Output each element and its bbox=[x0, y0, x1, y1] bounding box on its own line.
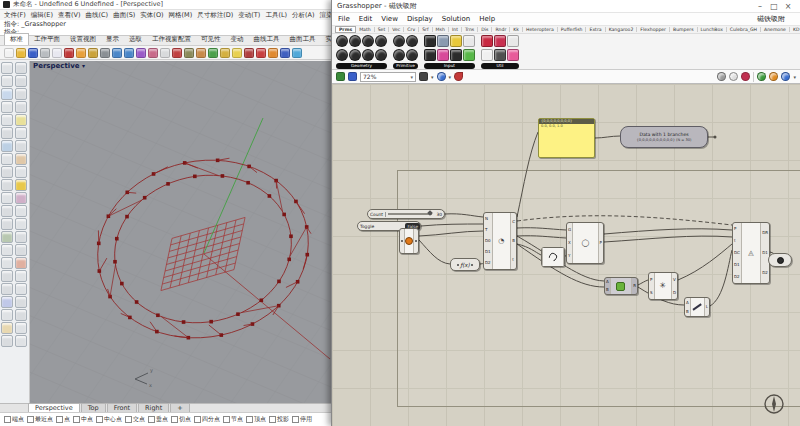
output-port[interactable] bbox=[471, 264, 473, 266]
menu-edit[interactable]: Edit bbox=[359, 15, 373, 23]
save-icon[interactable] bbox=[28, 48, 38, 58]
palette-icon[interactable] bbox=[15, 88, 27, 100]
palette-icon[interactable] bbox=[1, 244, 13, 256]
palette-icon[interactable] bbox=[15, 192, 27, 204]
output-port-label[interactable]: B bbox=[512, 239, 515, 243]
cut-icon[interactable] bbox=[64, 48, 74, 58]
open-file-icon[interactable] bbox=[336, 72, 345, 81]
palette-icon[interactable] bbox=[1, 101, 13, 113]
osnap-checkbox[interactable]: 中心点 bbox=[96, 415, 122, 424]
param-icon[interactable] bbox=[362, 49, 374, 61]
osnap-checkbox[interactable]: 投影 bbox=[269, 415, 289, 424]
output-port[interactable] bbox=[415, 240, 417, 242]
param-icon[interactable] bbox=[336, 35, 348, 47]
shaded-preview-icon[interactable] bbox=[757, 72, 766, 81]
input-port[interactable] bbox=[457, 264, 459, 266]
osnap-checkbox[interactable]: 中点 bbox=[73, 415, 93, 424]
toolbar-tab[interactable]: 工作平面 bbox=[29, 34, 65, 45]
palette-icon[interactable] bbox=[15, 335, 27, 347]
viewport-tab[interactable]: Front bbox=[107, 403, 137, 412]
input-port[interactable] bbox=[401, 240, 403, 242]
panel-component[interactable]: {0;0;0;0;0;0;0;0} 0.0, 0.0, 1.0 bbox=[538, 118, 595, 158]
slider-grip[interactable] bbox=[428, 210, 434, 216]
lamp-icon[interactable] bbox=[232, 48, 242, 58]
jitter-component[interactable]: PS ✳ VD bbox=[648, 272, 678, 300]
palette-icon[interactable] bbox=[1, 205, 13, 217]
palette-icon[interactable] bbox=[15, 205, 27, 217]
output-port-label[interactable]: C bbox=[512, 220, 515, 224]
custom-preview-icon[interactable] bbox=[781, 72, 790, 81]
osnap-checkbox[interactable]: 停用 bbox=[292, 415, 312, 424]
param-icon[interactable] bbox=[406, 35, 418, 47]
graph-icon[interactable] bbox=[450, 49, 462, 61]
input-port-label[interactable]: t bbox=[734, 239, 740, 243]
sphere-red-icon[interactable] bbox=[256, 48, 266, 58]
component-tab[interactable]: Dis bbox=[478, 27, 492, 32]
input-port-label[interactable]: P bbox=[650, 278, 653, 282]
palette-icon[interactable] bbox=[1, 88, 13, 100]
osnap-checkbox[interactable]: 切点 bbox=[171, 415, 191, 424]
ortho-icon[interactable] bbox=[172, 48, 182, 58]
input-port-label[interactable]: P bbox=[734, 227, 740, 231]
input-port-label[interactable]: D0 bbox=[485, 239, 491, 243]
palette-icon[interactable] bbox=[15, 140, 27, 152]
palette-icon[interactable] bbox=[1, 166, 13, 178]
osnap-checkbox[interactable]: 点 bbox=[56, 415, 70, 424]
input-port-label[interactable]: Y bbox=[568, 254, 571, 258]
group-label-input[interactable]: Input bbox=[424, 63, 475, 69]
input-port-label[interactable]: G bbox=[568, 228, 571, 232]
image-icon[interactable] bbox=[437, 35, 449, 47]
preview-off-sphere-icon[interactable] bbox=[717, 72, 726, 81]
osnap-checkbox[interactable]: 节点 bbox=[223, 415, 243, 424]
component-tab[interactable]: KD bbox=[790, 27, 800, 32]
component-tab[interactable]: Culebra_GH bbox=[727, 27, 761, 32]
menu-file[interactable]: File bbox=[338, 15, 350, 23]
display-component[interactable]: PtDCD1D2 ◬ DRD1D2 bbox=[732, 222, 770, 284]
output-port-label[interactable]: t bbox=[512, 258, 515, 262]
toolbar-tab[interactable]: 显示 bbox=[101, 34, 124, 45]
minimize-button[interactable]: – bbox=[753, 0, 767, 13]
component-tab[interactable]: Msh bbox=[433, 27, 449, 32]
gh-canvas[interactable]: {0;0;0;0;0;0;0;0} 0.0, 0.0, 1.0 Data wit… bbox=[332, 84, 800, 426]
knob-icon[interactable] bbox=[424, 49, 436, 61]
palette-icon[interactable] bbox=[1, 283, 13, 295]
rhino-menu-item[interactable]: 查看(V) bbox=[58, 11, 81, 20]
rhino-menu-item[interactable]: 分析(A) bbox=[292, 11, 315, 20]
palette-icon[interactable] bbox=[15, 101, 27, 113]
zoom-extents-icon[interactable] bbox=[124, 48, 134, 58]
param-icon[interactable] bbox=[375, 35, 387, 47]
gem-icon[interactable] bbox=[741, 72, 750, 81]
palette-icon[interactable] bbox=[15, 257, 27, 269]
rhino-menu-item[interactable]: 编辑(E) bbox=[31, 11, 53, 20]
viewport-title-text[interactable]: Perspective bbox=[33, 62, 79, 70]
palette-icon[interactable] bbox=[1, 179, 13, 191]
preview-caret-icon[interactable]: ▾ bbox=[449, 74, 452, 80]
osnap-checkbox[interactable]: 顶点 bbox=[246, 415, 266, 424]
zoom-icon[interactable] bbox=[112, 48, 122, 58]
save-file-icon[interactable] bbox=[348, 72, 357, 81]
palette-icon[interactable] bbox=[15, 75, 27, 87]
palette-icon[interactable] bbox=[1, 114, 13, 126]
rhino-menu-item[interactable]: 曲线(C) bbox=[86, 11, 109, 20]
param-icon[interactable] bbox=[336, 49, 348, 61]
toolbar-tab[interactable]: 变动 bbox=[226, 34, 249, 45]
button-icon[interactable] bbox=[424, 35, 436, 47]
spark-icon[interactable] bbox=[450, 35, 462, 47]
component-tab[interactable]: LunchBox bbox=[698, 27, 727, 32]
menu-solution[interactable]: Solution bbox=[442, 15, 471, 23]
sphere-cyan-icon[interactable] bbox=[292, 48, 302, 58]
palette-icon[interactable] bbox=[15, 270, 27, 282]
rotate-view-icon[interactable] bbox=[148, 48, 158, 58]
input-port-label[interactable]: D1 bbox=[485, 250, 491, 254]
zoom-caret-icon[interactable]: ▾ bbox=[410, 74, 413, 80]
param-icon[interactable] bbox=[349, 35, 361, 47]
rhino-menu-item[interactable]: 曲面(S) bbox=[113, 11, 135, 20]
palette-icon[interactable] bbox=[1, 192, 13, 204]
arrow-icon[interactable] bbox=[481, 49, 493, 61]
menu-display[interactable]: Display bbox=[407, 15, 433, 23]
zoom-extents-caret-icon[interactable]: ▾ bbox=[431, 74, 434, 80]
scale-icon[interactable] bbox=[220, 48, 230, 58]
open-folder-icon[interactable] bbox=[16, 48, 26, 58]
lock-icon[interactable] bbox=[507, 49, 519, 61]
output-port-label[interactable]: DR bbox=[762, 231, 768, 235]
